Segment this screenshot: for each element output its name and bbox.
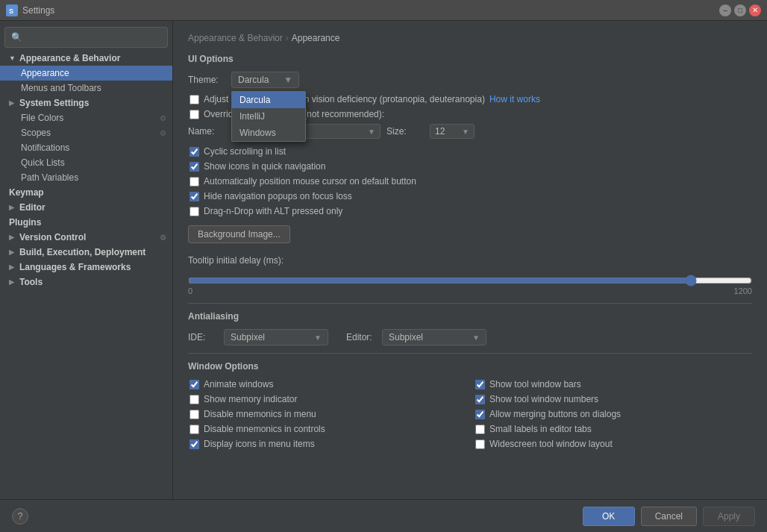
section-ui-options: UI Options [188,54,752,64]
animate-windows-label[interactable]: Animate windows [204,379,273,389]
sidebar-item-menus-toolbars[interactable]: Menus and Toolbars [0,81,172,96]
display-icons-menu-row: Display icons in menu items [188,439,466,449]
show-tool-window-numbers-label[interactable]: Show tool window numbers [489,394,598,404]
sidebar-item-languages-frameworks[interactable]: ▶ Languages & Frameworks [0,260,172,275]
font-size-dropdown-arrow: ▼ [462,128,469,136]
show-tool-window-numbers-checkbox[interactable] [475,395,485,404]
disable-mnemonics-menu-checkbox[interactable] [190,410,199,419]
disable-mnemonics-controls-label[interactable]: Disable mnemonics in controls [204,424,325,434]
breadcrumb-current: Appearance [292,33,340,43]
how-it-works-link[interactable]: How it works [489,94,540,104]
cancel-button[interactable]: Cancel [641,507,697,526]
cyclic-scrolling-label[interactable]: Cyclic scrolling in list [204,146,286,157]
drag-drop-label[interactable]: Drag-n-Drop with ALT pressed only [204,206,342,216]
sidebar-label-notifications: Notifications [21,143,69,153]
show-icons-checkbox[interactable] [190,162,199,172]
sidebar-label-appearance-behavior: Appearance & Behavior [19,53,120,63]
window-options-left: Animate windows Show memory indicator Di… [188,379,466,454]
allow-merging-checkbox[interactable] [475,410,485,419]
close-button[interactable]: ✕ [749,4,761,16]
tooltip-label-row: Tooltip initial delay (ms): [188,255,752,269]
tooltip-label: Tooltip initial delay (ms): [188,255,284,266]
bottom-bar: ? OK Cancel Apply [0,499,767,532]
bottom-left: ? [12,508,28,525]
ide-antialiasing-row: IDE: Subpixel ▼ Editor: Subpixel ▼ [188,329,752,345]
section-window-options: Window Options [188,361,752,372]
main-layout: 🔍 ▼ Appearance & Behavior Appearance Men… [0,21,767,499]
sidebar-item-appearance-behavior[interactable]: ▼ Appearance & Behavior [0,51,172,66]
small-labels-checkbox[interactable] [475,425,485,434]
sidebar-item-file-colors[interactable]: File Colors ⚙ [0,110,172,125]
theme-option-darcula[interactable]: Darcula [232,92,305,108]
show-memory-row: Show memory indicator [188,394,466,404]
drag-drop-checkbox[interactable] [190,207,199,216]
sidebar-item-tools[interactable]: ▶ Tools [0,275,172,290]
override-fonts-checkbox[interactable] [190,110,199,119]
sidebar-item-version-control[interactable]: ▶ Version Control ⚙ [0,230,172,245]
sidebar-item-scopes[interactable]: Scopes ⚙ [0,125,172,140]
show-memory-label[interactable]: Show memory indicator [204,394,297,404]
maximize-button[interactable]: □ [734,4,746,16]
show-tool-window-bars-checkbox[interactable] [475,380,485,389]
auto-pos-row: Automatically position mouse cursor on d… [188,176,752,187]
disable-mnemonics-controls-checkbox[interactable] [190,425,199,434]
auto-pos-checkbox[interactable] [190,177,199,187]
sidebar-item-system-settings[interactable]: ▶ System Settings [0,96,172,110]
theme-dropdown-button[interactable]: Darcula ▼ [231,72,299,88]
apply-button[interactable]: Apply [703,507,755,526]
theme-option-windows[interactable]: Windows [232,125,305,141]
sidebar-label-languages-frameworks: Languages & Frameworks [19,262,131,272]
sidebar-label-version-control: Version Control [19,232,86,242]
allow-merging-label[interactable]: Allow merging buttons on dialogs [489,409,621,419]
adjust-colors-checkbox[interactable] [190,95,199,104]
disable-mnemonics-menu-label[interactable]: Disable mnemonics in menu [204,409,316,419]
ok-button[interactable]: OK [583,507,635,526]
show-tool-window-bars-label[interactable]: Show tool window bars [489,379,581,389]
display-icons-menu-checkbox[interactable] [190,439,199,449]
sidebar-item-quick-lists[interactable]: Quick Lists [0,155,172,170]
sidebar-item-path-variables[interactable]: Path Variables [0,170,172,185]
window-options-grid: Animate windows Show memory indicator Di… [188,379,752,454]
widescreen-layout-checkbox[interactable] [475,439,485,449]
animate-windows-checkbox[interactable] [190,380,199,389]
section-antialiasing: Antialiasing [188,311,752,322]
content-area: Appearance & Behavior › Appearance UI Op… [173,21,767,499]
sidebar-item-appearance[interactable]: Appearance [0,66,172,81]
hide-nav-label[interactable]: Hide navigation popups on focus loss [204,191,352,201]
theme-row: Theme: Darcula ▼ Darcula IntelliJ Window… [188,72,752,88]
sidebar-item-notifications[interactable]: Notifications [0,140,172,155]
theme-option-intellij[interactable]: IntelliJ [232,108,305,125]
ide-aa-label: IDE: [188,332,218,342]
hide-nav-checkbox[interactable] [190,192,199,201]
show-icons-row: Show icons in quick navigation [188,161,752,172]
background-image-button[interactable]: Background Image... [188,225,290,243]
expand-arrow-version-control: ▶ [9,234,16,241]
sidebar-item-plugins[interactable]: Plugins [0,215,172,230]
disable-mnemonics-controls-row: Disable mnemonics in controls [188,424,466,434]
display-icons-menu-label[interactable]: Display icons in menu items [204,439,315,449]
font-size-value: 12 [435,126,462,137]
drag-drop-row: Drag-n-Drop with ALT pressed only [188,206,752,216]
sidebar-item-build-execution[interactable]: ▶ Build, Execution, Deployment [0,245,172,260]
sidebar-item-editor[interactable]: ▶ Editor [0,200,172,215]
sidebar: 🔍 ▼ Appearance & Behavior Appearance Men… [0,21,173,499]
small-labels-label[interactable]: Small labels in editor tabs [489,424,592,434]
sidebar-item-keymap[interactable]: Keymap [0,185,172,200]
sidebar-label-appearance: Appearance [21,68,69,78]
help-button[interactable]: ? [12,508,28,525]
minimize-button[interactable]: – [719,4,731,16]
tooltip-slider[interactable] [188,275,752,287]
search-box[interactable]: 🔍 [4,27,168,48]
breadcrumb-separator: › [286,33,289,43]
sidebar-label-plugins: Plugins [9,217,41,228]
widescreen-layout-label[interactable]: Widescreen tool window layout [489,439,613,449]
cyclic-scrolling-checkbox[interactable] [190,147,199,157]
show-memory-checkbox[interactable] [190,395,199,404]
svg-text:S: S [9,7,13,15]
title-bar: S Settings – □ ✕ [0,0,767,21]
show-icons-label[interactable]: Show icons in quick navigation [204,161,325,172]
auto-pos-label[interactable]: Automatically position mouse cursor on d… [204,176,416,187]
search-input[interactable] [25,32,161,43]
slider-minmax: 0 1200 [188,287,752,295]
sidebar-label-quick-lists: Quick Lists [21,157,65,168]
